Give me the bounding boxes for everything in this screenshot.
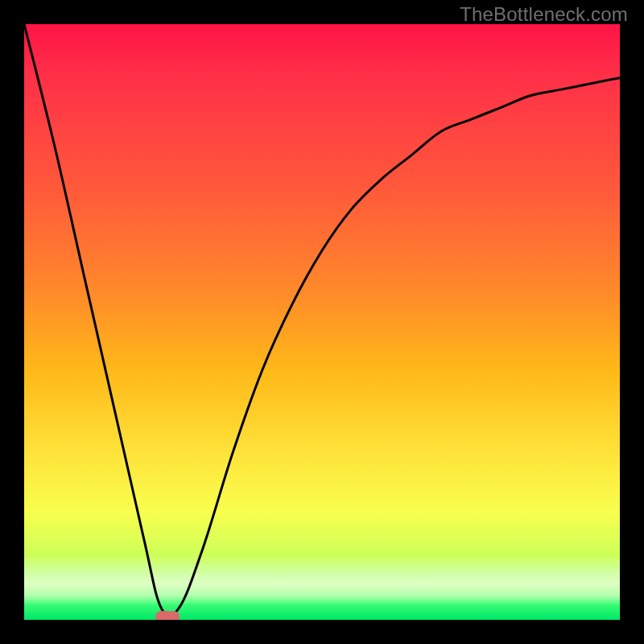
optimal-point-marker	[155, 611, 180, 620]
chart-frame: TheBottleneck.com	[0, 0, 644, 644]
watermark-text: TheBottleneck.com	[460, 3, 628, 26]
plot-area	[24, 24, 620, 620]
curve-svg	[24, 24, 620, 620]
bottleneck-curve	[24, 24, 620, 617]
